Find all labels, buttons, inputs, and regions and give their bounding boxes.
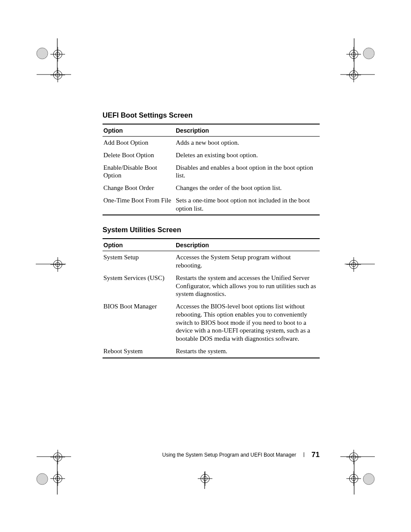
registration-mark-icon	[36, 473, 48, 485]
svg-point-0	[37, 48, 48, 59]
page-footer: Using the System Setup Program and UEFI …	[103, 451, 320, 459]
table-row: Reboot System Restarts the system.	[103, 345, 320, 358]
section-heading: UEFI Boot Settings Screen	[103, 111, 320, 119]
option-cell: Enable/Disable Boot Option	[103, 162, 175, 182]
option-cell: BIOS Boot Manager	[103, 300, 175, 345]
table-row: Enable/Disable Boot Option Disables and …	[103, 162, 320, 182]
table-row: Delete Boot Option Deletes an existing b…	[103, 149, 320, 162]
system-utilities-table: Option Description System Setup Accesses…	[103, 238, 320, 358]
registration-mark-icon	[363, 47, 375, 59]
registration-target-icon	[198, 471, 212, 486]
svg-point-32	[37, 473, 48, 485]
description-cell: Restarts the system and accesses the Uni…	[175, 272, 320, 300]
col-header-option: Option	[103, 239, 175, 251]
registration-target-icon	[346, 68, 361, 82]
table-row: Change Boot Order Changes the order of t…	[103, 182, 320, 194]
description-cell: Accesses the BIOS-level boot options lis…	[175, 300, 320, 345]
section-heading: System Utilities Screen	[103, 226, 320, 234]
col-header-description: Description	[175, 239, 320, 251]
option-cell: Add Boot Option	[103, 137, 175, 149]
registration-target-icon	[50, 471, 65, 486]
table-row: One-Time Boot From File Sets a one-time …	[103, 194, 320, 215]
description-cell: Accesses the System Setup program withou…	[175, 251, 320, 272]
uefi-boot-settings-table: Option Description Add Boot Option Adds …	[103, 124, 320, 215]
option-cell: Reboot System	[103, 345, 175, 358]
svg-point-11	[363, 48, 374, 59]
registration-target-icon	[50, 47, 65, 62]
description-cell: Sets a one-time boot option not included…	[175, 194, 320, 215]
registration-target-icon	[50, 450, 65, 464]
option-cell: Change Boot Order	[103, 182, 175, 194]
table-row: System Services (USC) Restarts the syste…	[103, 272, 320, 300]
registration-target-icon	[346, 257, 361, 272]
page-content: UEFI Boot Settings Screen Option Descrip…	[103, 111, 320, 369]
col-header-description: Description	[175, 124, 320, 137]
registration-target-icon	[346, 450, 361, 464]
footer-chapter-title: Using the System Setup Program and UEFI …	[162, 452, 296, 458]
registration-mark-icon	[36, 47, 48, 59]
table-row: System Setup Accesses the System Setup p…	[103, 251, 320, 272]
table-header-row: Option Description	[103, 124, 320, 137]
registration-mark-icon	[363, 473, 375, 485]
svg-point-48	[363, 473, 374, 485]
option-cell: System Services (USC)	[103, 272, 175, 300]
page-number: 71	[311, 451, 320, 459]
option-cell: System Setup	[103, 251, 175, 272]
col-header-option: Option	[103, 124, 175, 137]
registration-target-icon	[346, 471, 361, 486]
registration-target-icon	[50, 68, 65, 82]
table-header-row: Option Description	[103, 239, 320, 251]
description-cell: Adds a new boot option.	[175, 137, 320, 149]
description-cell: Changes the order of the boot option lis…	[175, 182, 320, 194]
description-cell: Restarts the system.	[175, 345, 320, 358]
registration-target-icon	[346, 47, 361, 62]
table-row: BIOS Boot Manager Accesses the BIOS-leve…	[103, 300, 320, 345]
description-cell: Disables and enables a boot option in th…	[175, 162, 320, 182]
description-cell: Deletes an existing boot option.	[175, 149, 320, 162]
footer-separator	[304, 452, 304, 457]
registration-target-icon	[50, 257, 65, 272]
table-row: Add Boot Option Adds a new boot option.	[103, 137, 320, 149]
option-cell: Delete Boot Option	[103, 149, 175, 162]
option-cell: One-Time Boot From File	[103, 194, 175, 215]
